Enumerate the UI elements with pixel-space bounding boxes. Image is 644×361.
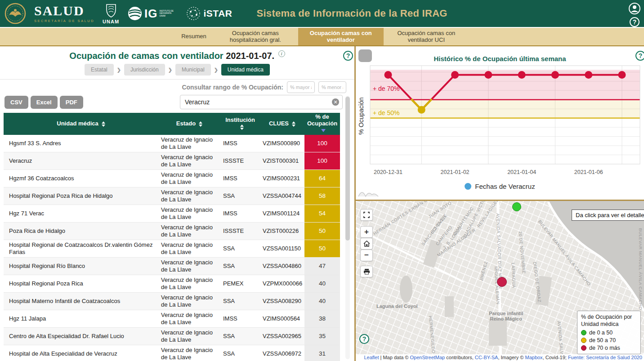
column-header-4[interactable]: % de Ocupación (304, 113, 340, 135)
cell-c0: Hgz 71 Verac (4, 205, 158, 223)
breadcrumb-municipal[interactable]: Municipal (175, 64, 211, 76)
cell-c2: PEMEX (220, 275, 260, 293)
table-row[interactable]: VeracruzVeracruz de Ignacio de La LlaveI… (4, 152, 340, 170)
svg-text:+ de 70%: + de 70% (373, 85, 400, 92)
table-row[interactable]: Hgz 71 VeracVeracruz de Ignacio de La Ll… (4, 205, 340, 223)
table-row[interactable]: Hospital Regional Poza RicaVeracruz de I… (4, 275, 340, 293)
range-filter: Consultar rango de % Ocupación: (0, 81, 346, 93)
header-help-icon[interactable]: ? (630, 17, 640, 27)
search-input[interactable] (180, 95, 343, 109)
attribution-link[interactable]: Fuente: Secretaría de Salud 2020 (568, 355, 642, 360)
panel-help-icon[interactable]: ? (343, 51, 353, 61)
chart-help-icon[interactable]: ? (635, 51, 644, 61)
table-row[interactable]: Hospital Materno Infantil de Coatzacoalc… (4, 293, 340, 310)
ig-label: IG (144, 7, 157, 21)
tab-ocupaci-n-camas-con-ventilador-u[interactable]: Ocupación camas con ventilador UCI (384, 28, 469, 45)
legend-dot-icon (581, 345, 586, 351)
csv-export-button[interactable]: CSV (4, 96, 28, 109)
table-row[interactable]: Hospital Regional Río BlancoVeracruz de … (4, 258, 340, 275)
fullscreen-button[interactable] (360, 209, 373, 221)
svg-text:2020-12-31: 2020-12-31 (374, 169, 402, 175)
chevron-right-icon: ❯ (168, 67, 172, 73)
table-scrollbar[interactable] (345, 96, 350, 359)
cell-c0: Hgz 11 Jalapa (4, 310, 158, 328)
cell-c2: SSA (220, 293, 260, 310)
cell-c2: IMSS (220, 135, 260, 152)
map-attribution: Leaflet | Map data © OpenStreetMap contr… (356, 354, 644, 361)
print-button[interactable] (360, 266, 373, 277)
info-icon[interactable]: i (278, 50, 285, 57)
table-row[interactable]: Hgsmf 33 S. AndresVeracruz de Ignacio de… (4, 135, 340, 152)
map[interactable]: HERNÁN CORTÉS·ERNÁN COJUAN SOTOECHEVENSÁ… (356, 201, 644, 354)
cell-c3: VZSSA006972 (260, 345, 304, 361)
sort-icon[interactable] (240, 125, 244, 130)
app-title: Sistema de Información de la Red IRAG (256, 8, 447, 19)
excel-export-button[interactable]: Excel (31, 96, 58, 109)
clear-search-icon[interactable]: ✕ (332, 98, 339, 106)
range-max-input[interactable] (318, 81, 346, 93)
scrollbar-thumb[interactable] (345, 97, 350, 241)
cell-c1: Veracruz de Ignacio de La Llave (158, 345, 220, 361)
cell-c0: Veracruz (4, 152, 158, 170)
attribution-link[interactable]: OpenStreetMap (410, 355, 445, 360)
cell-c3: VZPMX000066 (260, 275, 304, 293)
sort-up-icon (102, 121, 105, 124)
table-row[interactable]: Poza Rica de HidalgoVeracruz de Ignacio … (4, 223, 340, 240)
svg-text:2021-01-06: 2021-01-06 (574, 169, 603, 175)
map-help-icon[interactable]: ? (359, 334, 369, 344)
chart-title: Histórico % de Ocupación última semana (356, 55, 644, 62)
zoom-out-button[interactable]: − (360, 250, 373, 261)
tab-resumen[interactable]: Resumen (175, 28, 213, 45)
salud-logo: SALUD SECRETARÍA DE SALUD (34, 4, 94, 23)
cell-c1: Veracruz de Ignacio de La Llave (158, 187, 220, 205)
tab-ocupaci-n-camas-hospitalizaci-n-[interactable]: Ocupación camas hospitalización gral. (213, 28, 298, 45)
attribution-link[interactable]: Leaflet (364, 355, 379, 360)
cell-c2: SSA (220, 240, 260, 258)
column-header-3[interactable]: CLUES (260, 113, 304, 135)
cell-c1: Veracruz de Ignacio de La Llave (158, 135, 220, 152)
table-row[interactable]: Hospital de Alta Especialidad de Veracru… (4, 345, 340, 361)
sort-icon[interactable] (199, 121, 202, 127)
table-row[interactable]: Hospital Regional Poza Rica de HidalgoVe… (4, 187, 340, 205)
table-row[interactable]: Hgzmf 36 CoatzacoalcosVeracruz de Ignaci… (4, 170, 340, 187)
sort-icon[interactable] (292, 121, 295, 127)
pdf-export-button[interactable]: PDF (60, 96, 83, 109)
cell-c2: IMSS (220, 170, 260, 187)
occupancy-line-chart: + de 70%+ de 50%2020-12-312021-01-022021… (356, 46, 644, 181)
range-filter-label: Consultar rango de % Ocupación: (182, 84, 283, 91)
unam-label: UNAM (103, 19, 119, 24)
unit-marker[interactable] (512, 202, 521, 211)
tab-ocupaci-n-camas-con-ventilador[interactable]: Ocupación camas con ventilador (298, 28, 384, 45)
home-button[interactable] (360, 238, 373, 250)
filter-icon[interactable] (321, 129, 326, 132)
attribution-link[interactable]: CC-BY-SA (475, 355, 498, 360)
attribution-link[interactable]: Mapbox (525, 355, 542, 360)
cell-c1: Veracruz de Ignacio de La Llave (158, 258, 220, 275)
range-min-input[interactable] (287, 81, 315, 93)
zoom-in-button[interactable]: + (360, 226, 373, 238)
sort-up-icon (292, 121, 295, 124)
user-account-icon[interactable] (629, 3, 640, 14)
cell-c2: IMSS (220, 205, 260, 223)
table-row[interactable]: Hospital Regional de Coatzacoalcos Dr.va… (4, 240, 340, 258)
istar-logo: iSTAR (186, 6, 233, 21)
map-detail-hint: Da click para ver el detalle (572, 209, 644, 221)
history-chart-panel: Histórico % de Ocupación última semana ?… (356, 46, 644, 200)
breadcrumb-jurisdicción[interactable]: Jurisdicción (124, 64, 165, 76)
column-header-2[interactable]: Institución (220, 113, 260, 135)
unit-marker[interactable] (497, 277, 507, 287)
breadcrumb-unidad-médica[interactable]: Unidad médica (221, 64, 270, 76)
table-row[interactable]: Centro de Alta Especialidad Dr. Rafael L… (4, 328, 340, 345)
cell-c1: Veracruz de Ignacio de La Llave (158, 170, 220, 187)
column-header-1[interactable]: Estado (158, 113, 220, 135)
attribution-text: , Imagery © (498, 355, 525, 360)
cell-c0: Hospital Regional de Coatzacoalcos Dr.va… (4, 240, 158, 258)
sort-icon[interactable] (102, 121, 105, 127)
page-title-text: Ocupación de camas con ventilador (69, 51, 223, 61)
table-row[interactable]: Hgz 11 JalapaVeracruz de Ignacio de La L… (4, 310, 340, 328)
divider (0, 79, 354, 80)
chart-y-axis-label: % Ocupación (358, 87, 365, 145)
breadcrumb-estatal[interactable]: Estatal (85, 64, 114, 76)
column-header-0[interactable]: Unidad médica (4, 113, 158, 135)
occupancy-cell: 40 (304, 275, 340, 293)
